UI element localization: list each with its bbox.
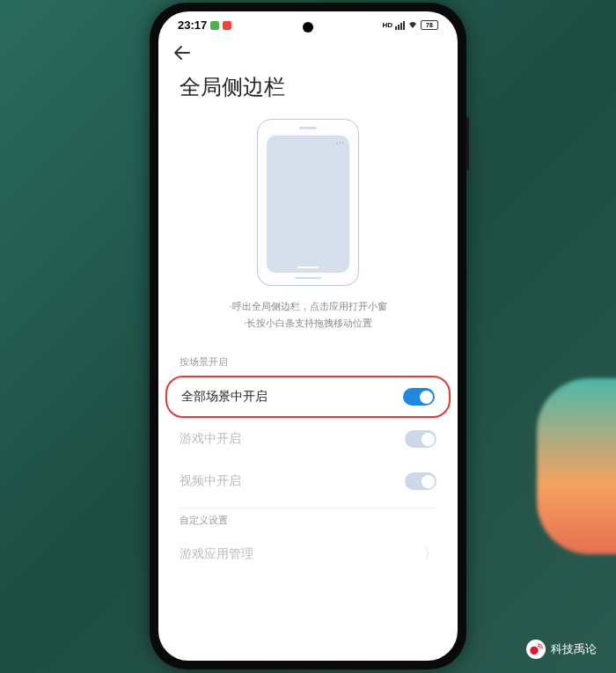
signal-icon xyxy=(395,21,405,30)
setting-game-scene[interactable]: 游戏中开启 xyxy=(158,418,458,460)
battery-level: 78 xyxy=(426,22,433,28)
chevron-right-icon: 〉 xyxy=(424,546,436,562)
description-text: ·呼出全局侧边栏，点击应用打开小窗 ·长按小白条支持拖拽移动位置 xyxy=(158,298,458,350)
description-line: ·呼出全局侧边栏，点击应用打开小窗 xyxy=(176,298,440,315)
status-right: HD 78 xyxy=(382,20,438,31)
nav-bar xyxy=(158,35,458,69)
weibo-icon xyxy=(526,640,546,659)
illustration-area xyxy=(158,113,458,298)
section-header-custom: 自定义设置 xyxy=(158,508,458,534)
setting-label: 游戏中开启 xyxy=(180,431,241,447)
status-left: 23:17 xyxy=(178,18,231,32)
background-shape xyxy=(537,378,616,554)
page-title: 全局侧边栏 xyxy=(158,69,458,113)
mini-window-illustration xyxy=(267,135,349,273)
setting-label: 游戏应用管理 xyxy=(180,546,253,562)
setting-label: 视频中开启 xyxy=(180,473,241,489)
phone-device-frame: 23:17 HD 78 全局侧边栏 xyxy=(150,3,466,669)
svg-point-0 xyxy=(530,647,538,655)
status-time: 23:17 xyxy=(178,18,207,32)
toggle-video-scene[interactable] xyxy=(405,472,436,490)
toggle-all-scenes[interactable] xyxy=(403,388,435,406)
toggle-game-scene[interactable] xyxy=(405,430,436,448)
setting-label: 全部场景中开启 xyxy=(181,389,268,405)
phone-screen: 23:17 HD 78 全局侧边栏 xyxy=(158,11,458,661)
hd-icon: HD xyxy=(382,21,392,29)
status-indicator-icon xyxy=(210,21,219,30)
phone-illustration xyxy=(257,119,359,286)
camera-hole xyxy=(303,22,313,33)
setting-game-app-mgmt[interactable]: 游戏应用管理 〉 xyxy=(158,534,458,567)
back-button[interactable] xyxy=(174,44,190,64)
wifi-icon xyxy=(407,20,418,31)
description-line: ·长按小白条支持拖拽移动位置 xyxy=(176,315,440,332)
setting-video-scene[interactable]: 视频中开启 xyxy=(158,460,458,502)
section-header-scene: 按场景开启 xyxy=(158,350,458,376)
setting-all-scenes[interactable]: 全部场景中开启 xyxy=(165,376,451,418)
watermark-text: 科技禹论 xyxy=(551,641,597,657)
status-indicator-icon xyxy=(223,21,231,30)
battery-icon: 78 xyxy=(421,20,438,30)
watermark: 科技禹论 xyxy=(526,640,597,659)
